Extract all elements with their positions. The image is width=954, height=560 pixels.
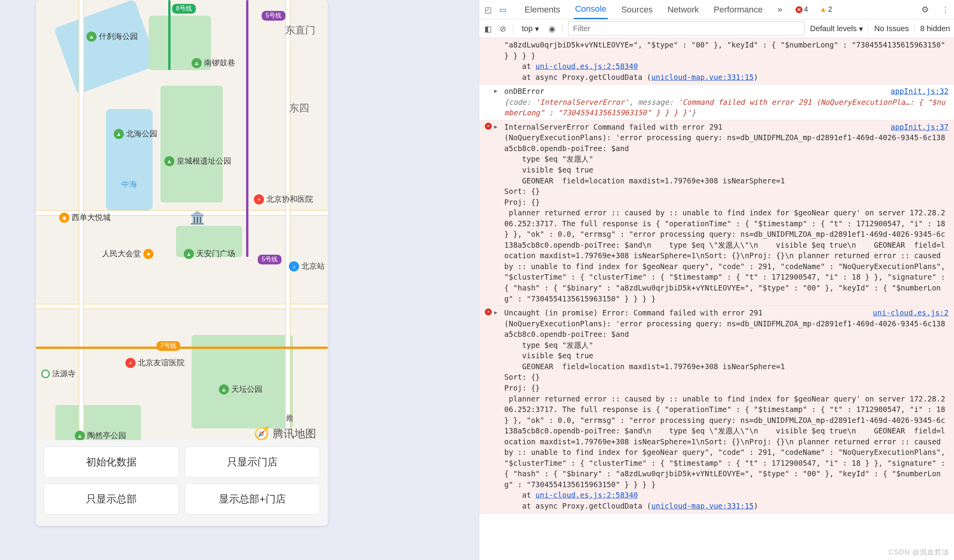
expand-icon[interactable]: ▶ (494, 123, 497, 130)
expand-icon[interactable]: ▶ (494, 87, 497, 95)
park-icon: ▲ (192, 58, 202, 68)
inspect-icon[interactable]: ◰ (483, 5, 493, 14)
poi-huangcheng[interactable]: ▲皇城根遗址公园 (164, 156, 231, 166)
subway-badge-7: 7号线 (157, 341, 180, 351)
subway-badge-5: 5号线 (262, 11, 285, 21)
error-count[interactable]: ✕4 (796, 5, 808, 14)
poi-label: 北京友谊医院 (138, 357, 185, 368)
poi-beihai[interactable]: ▲北海公园 (114, 129, 157, 139)
poi-nanluogu[interactable]: ▲南锣鼓巷 (192, 58, 235, 68)
map-brand: 🧭腾讯地图 (254, 426, 316, 442)
poi-label: 北海公园 (126, 129, 157, 139)
console-message[interactable]: ✕▶uni-cloud.es.js:2Uncaught (in promise)… (479, 306, 954, 513)
kebab-icon[interactable]: ⋮ (941, 5, 950, 14)
message-text: Uncaught (in promise) Error: Command fai… (483, 308, 950, 511)
separator (868, 23, 869, 34)
warning-count[interactable]: ▲2 (820, 5, 832, 14)
poi-xidan[interactable]: ◉西单大悦城 (59, 212, 111, 223)
poi-label: 北京协和医院 (266, 194, 313, 204)
temple-icon (41, 370, 50, 378)
subway-5 (246, 0, 248, 257)
poi-label: 人民大会堂 (102, 248, 141, 259)
poi-tiananmen[interactable]: ▲天安门广场 (184, 248, 235, 259)
road-v1 (285, 0, 290, 452)
context-selector[interactable]: top ▾ (519, 23, 542, 35)
console-message[interactable]: ✕▶appInit.js:37InternalServerError Comma… (479, 120, 954, 306)
poi-label: 什刹海公园 (99, 31, 138, 42)
tab-elements[interactable]: Elements (523, 1, 562, 19)
tab-network[interactable]: Network (666, 1, 701, 19)
tab-console[interactable]: Console (574, 0, 608, 19)
expand-icon[interactable]: ▶ (494, 308, 497, 316)
park-icon: ▲ (86, 32, 97, 42)
gov-icon: ★ (143, 249, 153, 259)
poi-shichahai[interactable]: ▲什刹海公园 (86, 31, 138, 42)
subway-badge-5b: 5号线 (258, 255, 282, 264)
phone-mock: 8号线 5号线 5号线 7号线 ▲什刹海公园 ▲南锣鼓巷 东直门 东四 ▲北海公… (36, 0, 328, 526)
hospital-icon: + (254, 194, 264, 204)
subway-badge-8: 8号线 (172, 4, 196, 14)
link[interactable]: unicloud-map.vue:331:15 (651, 502, 754, 510)
map-brand-label: 腾讯地图 (273, 426, 316, 441)
clear-console-icon[interactable]: ⊘ (498, 24, 507, 33)
hidden-count[interactable]: 8 hidden (920, 24, 950, 33)
label-dongsi: 东四 (289, 101, 309, 115)
source-link[interactable]: appInit.js:37 (891, 122, 949, 133)
btn-show-stores[interactable]: 只显示门店 (185, 446, 320, 478)
park-forbidden (160, 86, 223, 203)
poi-xiehe[interactable]: +北京协和医院 (254, 194, 313, 204)
subway-7 (36, 347, 328, 349)
link[interactable]: uni-cloud.es.js:2:58340 (535, 491, 638, 499)
water-shichahai (54, 0, 158, 94)
park-icon: ▲ (114, 129, 124, 139)
label-zhonghai: 中海 (121, 179, 137, 190)
center-marker-icon: 🏛️ (190, 210, 205, 226)
console-message[interactable]: "a8zdLwu0qrjbiD5k+vYNtLEOVYE=", "$type" … (479, 38, 954, 85)
label-dongzhimen: 东直门 (285, 23, 315, 37)
map-canvas[interactable]: 8号线 5号线 5号线 7号线 ▲什刹海公园 ▲南锣鼓巷 东直门 东四 ▲北海公… (36, 0, 328, 452)
link[interactable]: unicloud-map.vue:331:15 (651, 73, 754, 81)
separator (513, 23, 513, 34)
error-icon: ✕ (485, 123, 492, 130)
message-text: onDBError{code: 'InternalServerError', m… (483, 86, 950, 118)
poi-taoranting[interactable]: ▲陶然亭公园 (75, 430, 126, 441)
filter-input[interactable] (568, 21, 804, 36)
park-icon: ▲ (75, 431, 85, 441)
poi-label: 西单大悦城 (72, 212, 111, 223)
devtools-tab-bar: ◰ ▭ Elements Console Sources Network Per… (479, 0, 954, 19)
park-icon: ▲ (219, 384, 229, 394)
link[interactable]: uni-cloud.es.js:2:58340 (535, 62, 638, 70)
separator (914, 23, 915, 34)
poi-renmin[interactable]: 人民大会堂★ (102, 248, 153, 259)
poi-youyi[interactable]: +北京友谊医院 (125, 357, 185, 368)
tab-performance[interactable]: Performance (712, 1, 764, 19)
devtools: ◰ ▭ Elements Console Sources Network Per… (479, 0, 954, 560)
poi-label: 天坛公园 (231, 384, 262, 394)
eye-icon[interactable]: ◉ (547, 24, 557, 33)
water-zhonghai (106, 109, 153, 210)
tab-sources[interactable]: Sources (620, 1, 654, 19)
poi-label: 南锣鼓巷 (204, 58, 235, 68)
poi-fayuan[interactable]: 法源寺 (41, 368, 76, 379)
station-icon: ⌂ (289, 261, 299, 271)
btn-show-hq[interactable]: 只显示总部 (44, 483, 179, 515)
poi-tiantan[interactable]: ▲天坛公园 (219, 384, 262, 394)
device-icon[interactable]: ▭ (498, 5, 507, 14)
poi-beijingzhan[interactable]: ⌂北京站 (289, 261, 325, 271)
btn-show-all[interactable]: 显示总部+门店 (185, 483, 320, 515)
console-body[interactable]: "a8zdLwu0qrjbiD5k+vYNtLEOVYE=", "$type" … (479, 38, 954, 560)
poi-label: 天安门广场 (196, 248, 235, 259)
poi-label: 皇城根遗址公园 (177, 156, 231, 166)
park-icon: ▲ (184, 249, 194, 259)
console-message[interactable]: appInit.js:32▶onDBError{code: 'InternalS… (479, 85, 954, 120)
btn-init-data[interactable]: 初始化数据 (44, 446, 179, 478)
sidebar-toggle-icon[interactable]: ◧ (483, 24, 493, 33)
tabs-more[interactable]: » (776, 1, 784, 19)
source-link[interactable]: appInit.js:32 (891, 86, 949, 97)
gear-icon[interactable]: ⚙ (921, 5, 929, 15)
source-link[interactable]: uni-cloud.es.js:2 (873, 308, 949, 319)
no-issues-label[interactable]: No Issues (874, 24, 909, 33)
message-text: InternalServerError Command failed with … (483, 122, 950, 304)
levels-selector[interactable]: Default levels ▾ (810, 24, 863, 33)
poi-label: 法源寺 (52, 368, 76, 379)
